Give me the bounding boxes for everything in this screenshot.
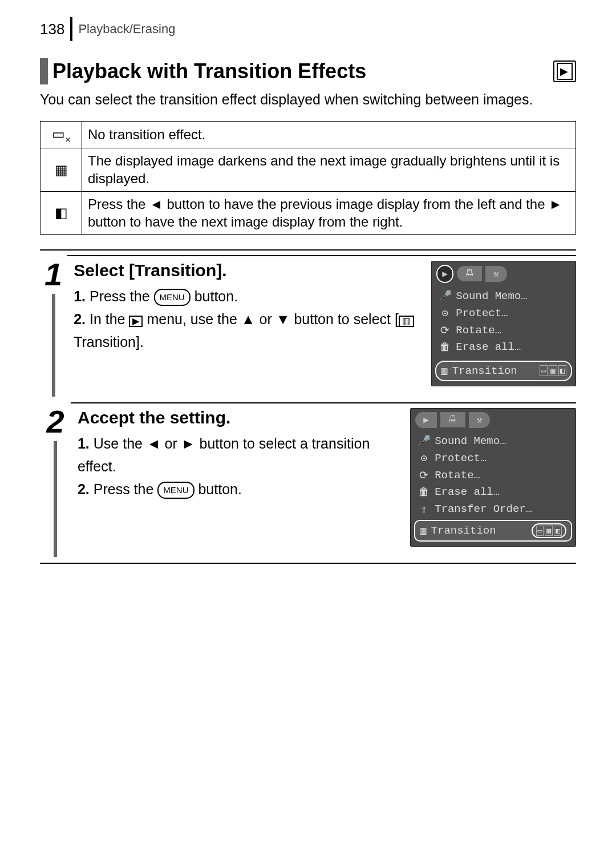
tab-playback-icon: ▶ <box>415 412 437 428</box>
playback-menu-icon: ▶ <box>129 316 143 327</box>
page-number: 138 <box>40 21 64 38</box>
menu-button-icon: MENU <box>154 289 191 306</box>
camera-menu-screenshot-2: ▶ 🖶 ⚒ 🎤Sound Memo… ⊝Protect… ⟳Rotate… 🗑E… <box>410 408 576 547</box>
camera-menu-tabs: ▶ 🖶 ⚒ <box>411 409 576 431</box>
breadcrumb: Playback/Erasing <box>78 22 175 37</box>
transition-icon: ▥ <box>399 316 414 327</box>
camera-menu-tabs: ▶ 🖶 ⚒ <box>432 261 576 286</box>
arrow-left-icon: ◄ <box>147 435 161 451</box>
step-1-instructions: 1. Press the MENU button. 2. In the ▶ me… <box>74 285 421 353</box>
tab-playback-icon: ▶ <box>436 265 453 283</box>
arrow-down-icon: ▼ <box>276 311 290 327</box>
menu-item-protect: ⊝Protect… <box>436 305 571 322</box>
end-divider <box>40 563 576 564</box>
menu-item-transition-selected: ▥ Transition ▭▦◧ <box>414 520 572 542</box>
step-2-instructions: 1. Use the ◄ or ► button to select a tra… <box>78 432 400 500</box>
effects-table: ▭✕ No transition effect. ▦ The displayed… <box>40 121 576 235</box>
menu-item-sound-memo: 🎤Sound Memo… <box>415 433 571 450</box>
arrow-left-icon: ◄ <box>149 196 167 212</box>
menu-item-rotate: ⟳Rotate… <box>436 322 571 339</box>
menu-item-transfer-order: ⇪Transfer Order… <box>436 356 571 358</box>
menu-item-transition-selected: ▥ Transition ▭▦◧ <box>435 361 572 381</box>
step-accent-bar <box>54 441 57 557</box>
step-1: 1 Select [Transition]. 1. Press the MENU… <box>40 255 576 397</box>
menu-item-transfer-order: ⇪Transfer Order… <box>415 500 571 518</box>
menu-button-icon: MENU <box>157 482 194 499</box>
title-accent-bar <box>40 58 48 84</box>
step-2-number: 2 <box>46 406 64 438</box>
fade-transition-desc: The displayed image darkens and the next… <box>82 148 576 191</box>
menu-item-erase-all: 🗑Erase all… <box>436 339 571 356</box>
section-title: Playback with Transition Effects <box>52 59 553 83</box>
menu-item-erase-all: 🗑Erase all… <box>415 484 571 500</box>
step-2: 2 Accept the setting. 1. Use the ◄ or ► … <box>40 402 576 557</box>
playback-mode-icon: ▶ <box>553 60 576 82</box>
step-divider <box>40 249 576 251</box>
section-intro: You can select the transition effect dis… <box>40 90 576 110</box>
menu-item-rotate: ⟳Rotate… <box>415 467 571 484</box>
page-header: 138 Playback/Erasing <box>40 17 576 41</box>
step-2-title: Accept the setting. <box>78 408 400 427</box>
tab-print-icon: 🖶 <box>440 412 465 427</box>
tab-tools-icon: ⚒ <box>469 412 491 428</box>
tab-tools-icon: ⚒ <box>485 266 507 282</box>
arrow-up-icon: ▲ <box>241 311 256 327</box>
slide-transition-icon: ◧ <box>40 191 82 234</box>
arrow-right-icon: ► <box>181 435 196 451</box>
fade-transition-icon: ▦ <box>40 148 82 191</box>
header-divider <box>70 17 72 41</box>
step-1-title: Select [Transition]. <box>74 261 421 280</box>
step-accent-bar <box>52 294 55 397</box>
menu-item-sound-memo: 🎤Sound Memo… <box>436 288 571 305</box>
section-title-row: Playback with Transition Effects ▶ <box>40 58 576 84</box>
no-transition-icon: ▭✕ <box>40 121 82 148</box>
arrow-right-icon: ► <box>549 196 562 212</box>
step-1-number: 1 <box>44 259 62 290</box>
transition-options-selector: ▭▦◧ <box>532 523 566 538</box>
tab-print-icon: 🖶 <box>457 266 482 281</box>
menu-item-protect: ⊝Protect… <box>415 450 571 467</box>
slide-transition-desc: Press the ◄ button to have the previous … <box>82 191 576 234</box>
no-transition-desc: No transition effect. <box>82 121 576 148</box>
camera-menu-screenshot-1: ▶ 🖶 ⚒ 🎤Sound Memo… ⊝Protect… ⟳Rotate… 🗑E… <box>431 261 576 386</box>
